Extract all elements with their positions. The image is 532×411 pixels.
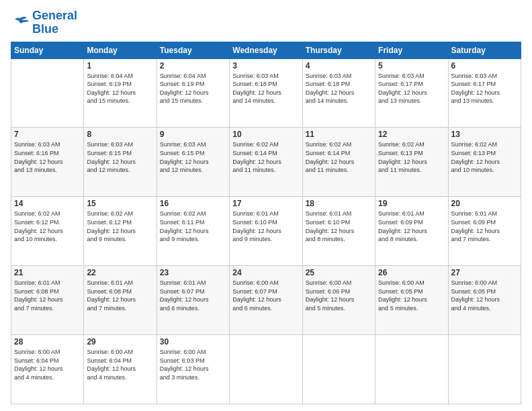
day-info: Sunrise: 6:03 AMSunset: 6:16 PMDaylight:…	[14, 140, 81, 174]
day-info: Sunrise: 6:02 AMSunset: 6:11 PMDaylight:…	[160, 210, 226, 243]
day-info: Sunrise: 6:01 AMSunset: 6:10 PMDaylight:…	[232, 210, 299, 243]
calendar-cell: 27Sunrise: 6:00 AMSunset: 6:05 PMDayligh…	[448, 266, 521, 335]
calendar-cell: 8Sunrise: 6:03 AMSunset: 6:15 PMDaylight…	[84, 128, 157, 197]
day-number: 23	[160, 268, 226, 277]
calendar-header-saturday: Saturday	[448, 42, 521, 58]
logo-text-blue: Blue	[32, 23, 77, 36]
calendar-cell: 25Sunrise: 6:00 AMSunset: 6:06 PMDayligh…	[302, 266, 375, 335]
day-info: Sunrise: 6:03 AMSunset: 6:17 PMDaylight:…	[451, 72, 518, 105]
calendar-cell: 15Sunrise: 6:02 AMSunset: 6:12 PMDayligh…	[84, 197, 157, 266]
calendar-header-thursday: Thursday	[302, 42, 375, 58]
day-info: Sunrise: 6:03 AMSunset: 6:18 PMDaylight:…	[232, 72, 299, 105]
calendar-cell: 22Sunrise: 6:01 AMSunset: 6:08 PMDayligh…	[84, 266, 157, 335]
calendar-week-row: 1Sunrise: 6:04 AMSunset: 6:19 PMDaylight…	[11, 58, 521, 128]
day-info: Sunrise: 6:00 AMSunset: 6:05 PMDaylight:…	[451, 279, 518, 312]
calendar-header-sunday: Sunday	[11, 42, 84, 58]
day-number: 9	[160, 130, 226, 139]
day-number: 22	[87, 268, 153, 277]
calendar-cell: 1Sunrise: 6:04 AMSunset: 6:19 PMDaylight…	[84, 58, 157, 128]
calendar-week-row: 14Sunrise: 6:02 AMSunset: 6:12 PMDayligh…	[11, 197, 521, 266]
day-info: Sunrise: 6:03 AMSunset: 6:15 PMDaylight:…	[87, 140, 153, 174]
day-number: 3	[232, 61, 299, 71]
calendar-cell: 29Sunrise: 6:00 AMSunset: 6:04 PMDayligh…	[84, 335, 157, 404]
day-info: Sunrise: 6:00 AMSunset: 6:07 PMDaylight:…	[232, 279, 299, 312]
day-number: 16	[160, 199, 226, 208]
calendar-header-monday: Monday	[84, 42, 157, 58]
day-number: 14	[14, 199, 81, 208]
calendar-cell: 5Sunrise: 6:03 AMSunset: 6:17 PMDaylight…	[375, 58, 448, 128]
day-info: Sunrise: 6:02 AMSunset: 6:12 PMDaylight:…	[14, 210, 81, 243]
calendar-cell: 16Sunrise: 6:02 AMSunset: 6:11 PMDayligh…	[157, 197, 229, 266]
day-number: 27	[451, 268, 518, 277]
day-info: Sunrise: 6:01 AMSunset: 6:09 PMDaylight:…	[378, 210, 445, 243]
calendar-header-wednesday: Wednesday	[230, 42, 302, 58]
day-info: Sunrise: 6:01 AMSunset: 6:07 PMDaylight:…	[160, 279, 226, 312]
page: General Blue SundayMondayTuesdayWednesda…	[0, 0, 532, 411]
calendar-cell	[302, 335, 375, 404]
day-number: 8	[87, 130, 153, 139]
day-number: 24	[232, 268, 299, 277]
calendar-cell: 19Sunrise: 6:01 AMSunset: 6:09 PMDayligh…	[375, 197, 448, 266]
day-number: 6	[451, 61, 518, 71]
day-info: Sunrise: 6:00 AMSunset: 6:06 PMDaylight:…	[306, 279, 372, 312]
calendar-cell: 7Sunrise: 6:03 AMSunset: 6:16 PMDaylight…	[11, 128, 84, 197]
calendar-cell: 30Sunrise: 6:00 AMSunset: 6:03 PMDayligh…	[157, 335, 229, 404]
day-info: Sunrise: 6:02 AMSunset: 6:14 PMDaylight:…	[232, 140, 299, 174]
calendar-cell: 2Sunrise: 6:04 AMSunset: 6:19 PMDaylight…	[157, 58, 229, 128]
day-number: 4	[306, 61, 372, 71]
day-number: 7	[14, 130, 81, 139]
day-info: Sunrise: 6:00 AMSunset: 6:04 PMDaylight:…	[87, 348, 153, 381]
day-number: 28	[14, 337, 81, 347]
day-number: 5	[378, 61, 445, 71]
day-info: Sunrise: 6:02 AMSunset: 6:13 PMDaylight:…	[378, 140, 445, 174]
calendar-header-friday: Friday	[375, 42, 448, 58]
day-number: 25	[306, 268, 372, 277]
day-number: 13	[451, 130, 518, 139]
day-info: Sunrise: 6:00 AMSunset: 6:04 PMDaylight:…	[14, 348, 81, 381]
calendar-cell: 23Sunrise: 6:01 AMSunset: 6:07 PMDayligh…	[157, 266, 229, 335]
day-number: 21	[14, 268, 81, 277]
calendar-week-row: 28Sunrise: 6:00 AMSunset: 6:04 PMDayligh…	[11, 335, 521, 404]
day-number: 19	[378, 199, 445, 208]
day-number: 2	[160, 61, 226, 71]
calendar-cell: 21Sunrise: 6:01 AMSunset: 6:08 PMDayligh…	[11, 266, 84, 335]
logo-text-general: General	[32, 9, 77, 23]
day-info: Sunrise: 6:00 AMSunset: 6:03 PMDaylight:…	[160, 348, 226, 381]
calendar-cell: 13Sunrise: 6:02 AMSunset: 6:13 PMDayligh…	[448, 128, 521, 197]
calendar-cell: 4Sunrise: 6:03 AMSunset: 6:18 PMDaylight…	[302, 58, 375, 128]
day-info: Sunrise: 6:01 AMSunset: 6:10 PMDaylight:…	[306, 210, 372, 243]
day-number: 10	[232, 130, 299, 139]
day-info: Sunrise: 6:02 AMSunset: 6:12 PMDaylight:…	[87, 210, 153, 243]
calendar-cell: 9Sunrise: 6:03 AMSunset: 6:15 PMDaylight…	[157, 128, 229, 197]
calendar-cell: 24Sunrise: 6:00 AMSunset: 6:07 PMDayligh…	[230, 266, 302, 335]
calendar-cell: 18Sunrise: 6:01 AMSunset: 6:10 PMDayligh…	[302, 197, 375, 266]
calendar-week-row: 7Sunrise: 6:03 AMSunset: 6:16 PMDaylight…	[11, 128, 521, 197]
day-info: Sunrise: 6:04 AMSunset: 6:19 PMDaylight:…	[160, 72, 226, 105]
calendar-cell	[11, 58, 84, 128]
day-number: 30	[160, 337, 226, 347]
calendar-cell	[230, 335, 302, 404]
day-info: Sunrise: 6:04 AMSunset: 6:19 PMDaylight:…	[87, 72, 153, 105]
logo: General Blue	[11, 9, 77, 36]
day-number: 17	[232, 199, 299, 208]
day-info: Sunrise: 6:03 AMSunset: 6:15 PMDaylight:…	[160, 140, 226, 174]
day-number: 18	[306, 199, 372, 208]
calendar-cell: 28Sunrise: 6:00 AMSunset: 6:04 PMDayligh…	[11, 335, 84, 404]
day-number: 1	[87, 61, 153, 71]
calendar-cell: 26Sunrise: 6:00 AMSunset: 6:05 PMDayligh…	[375, 266, 448, 335]
calendar-header-row: SundayMondayTuesdayWednesdayThursdayFrid…	[11, 42, 521, 58]
calendar-cell: 11Sunrise: 6:02 AMSunset: 6:14 PMDayligh…	[302, 128, 375, 197]
day-info: Sunrise: 6:01 AMSunset: 6:08 PMDaylight:…	[14, 279, 81, 312]
day-number: 11	[306, 130, 372, 139]
day-info: Sunrise: 6:03 AMSunset: 6:17 PMDaylight:…	[378, 72, 445, 105]
calendar-cell: 17Sunrise: 6:01 AMSunset: 6:10 PMDayligh…	[230, 197, 302, 266]
day-info: Sunrise: 6:01 AMSunset: 6:08 PMDaylight:…	[87, 279, 153, 312]
calendar-table: SundayMondayTuesdayWednesdayThursdayFrid…	[11, 42, 521, 404]
calendar-cell: 12Sunrise: 6:02 AMSunset: 6:13 PMDayligh…	[375, 128, 448, 197]
calendar-cell	[448, 335, 521, 404]
day-number: 12	[378, 130, 445, 139]
calendar-cell: 3Sunrise: 6:03 AMSunset: 6:18 PMDaylight…	[230, 58, 302, 128]
calendar-cell: 6Sunrise: 6:03 AMSunset: 6:17 PMDaylight…	[448, 58, 521, 128]
calendar-header-tuesday: Tuesday	[157, 42, 229, 58]
header: General Blue	[11, 9, 521, 36]
